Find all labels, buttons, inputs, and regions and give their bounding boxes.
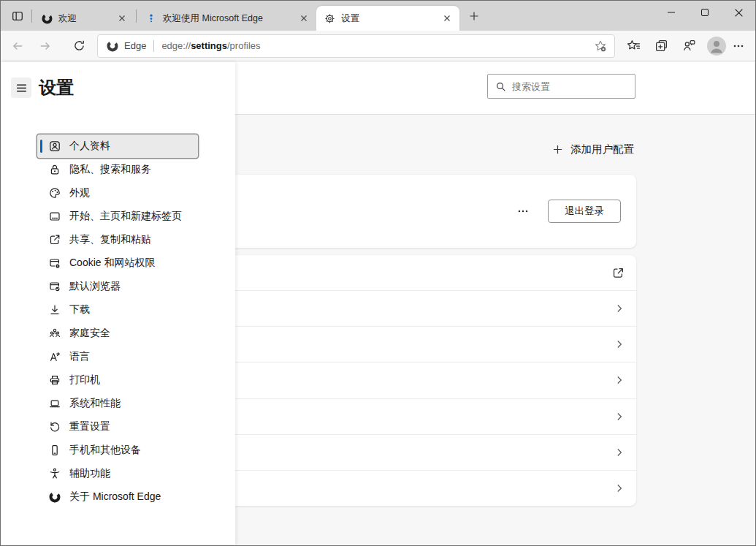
edge-logo-icon bbox=[107, 40, 118, 52]
more-menu-button[interactable] bbox=[728, 35, 749, 57]
add-profile-label: 添加用户配置 bbox=[570, 143, 634, 156]
share-icon bbox=[49, 234, 61, 246]
settings-search-box[interactable] bbox=[487, 74, 635, 99]
blue-dots-icon bbox=[145, 12, 157, 24]
sidebar-item-accessibility[interactable]: 辅助功能 bbox=[37, 462, 198, 485]
page-title: 设置 bbox=[39, 76, 74, 99]
sidebar-item-label: 辅助功能 bbox=[69, 467, 110, 480]
hamburger-icon bbox=[15, 82, 28, 94]
address-bar[interactable]: Edge edge://settings/profiles bbox=[97, 34, 615, 58]
sidebar-item-label: 家庭安全 bbox=[69, 327, 110, 340]
sidebar-item-about[interactable]: 关于 Microsoft Edge bbox=[37, 485, 198, 509]
tab-separator bbox=[136, 10, 137, 23]
lock-icon bbox=[49, 164, 61, 175]
sidebar-header: 设置 bbox=[1, 62, 235, 99]
new-tab-page-icon bbox=[49, 211, 61, 222]
sidebar-item-appearance[interactable]: 外观 bbox=[37, 181, 198, 205]
tab-bar: 欢迎 欢迎使用 Microsoft Edge bbox=[1, 1, 755, 31]
sidebar-item-label: 个人资料 bbox=[69, 140, 110, 153]
navigation-bar: Edge edge://settings/profiles bbox=[1, 31, 755, 61]
tab-welcome[interactable]: 欢迎 bbox=[34, 6, 134, 31]
url-host: settings bbox=[191, 40, 227, 51]
sidebar-item-share-copy-paste[interactable]: 共享、复制和粘贴 bbox=[37, 228, 198, 251]
tab-title: 欢迎使用 Microsoft Edge bbox=[163, 12, 293, 25]
edge-logo-icon bbox=[49, 491, 61, 503]
sidebar-item-reset-settings[interactable]: 重置设置 bbox=[37, 415, 198, 439]
sidebar-item-downloads[interactable]: 下载 bbox=[37, 298, 198, 322]
sidebar-item-label: Cookie 和网站权限 bbox=[69, 257, 155, 270]
chevron-right-icon bbox=[614, 339, 625, 349]
browser-window: 欢迎 欢迎使用 Microsoft Edge bbox=[0, 0, 756, 546]
close-window-button[interactable] bbox=[722, 1, 755, 24]
open-external-icon bbox=[612, 267, 625, 279]
tab-settings-active[interactable]: 设置 bbox=[316, 6, 459, 31]
sidebar-item-label: 默认浏览器 bbox=[69, 280, 121, 293]
sidebar-item-printers[interactable]: 打印机 bbox=[37, 368, 198, 392]
sidebar-item-start-home-newtab[interactable]: 开始、主页和新建标签页 bbox=[37, 205, 198, 228]
download-icon bbox=[49, 304, 61, 316]
close-tab-icon[interactable] bbox=[297, 12, 310, 25]
close-tab-icon[interactable] bbox=[440, 12, 454, 25]
site-label: Edge bbox=[124, 40, 146, 51]
profile-avatar[interactable] bbox=[706, 35, 728, 57]
url-scheme: edge:// bbox=[161, 40, 191, 51]
sidebar-item-label: 手机和其他设备 bbox=[69, 444, 141, 457]
plus-icon bbox=[468, 10, 480, 22]
add-favorite-button[interactable] bbox=[589, 35, 611, 57]
new-tab-button[interactable] bbox=[464, 6, 484, 26]
minimize-button[interactable] bbox=[654, 1, 688, 24]
favorites-button[interactable] bbox=[622, 35, 644, 57]
settings-search-input[interactable] bbox=[512, 81, 629, 92]
search-icon bbox=[495, 81, 506, 92]
sidebar-item-label: 隐私、搜索和服务 bbox=[69, 163, 151, 176]
chevron-right-icon bbox=[614, 483, 625, 493]
back-button[interactable] bbox=[7, 35, 28, 57]
refresh-button[interactable] bbox=[68, 35, 90, 57]
profile-icon bbox=[49, 140, 61, 152]
sidebar-item-phone-devices[interactable]: 手机和其他设备 bbox=[37, 439, 198, 462]
sidebar-item-languages[interactable]: 语言 bbox=[37, 345, 198, 368]
sidebar-item-label: 关于 Microsoft Edge bbox=[69, 490, 161, 504]
tab-welcome-edge[interactable]: 欢迎使用 Microsoft Edge bbox=[138, 6, 316, 31]
sidebar-item-system-performance[interactable]: 系统和性能 bbox=[37, 392, 198, 415]
phone-icon bbox=[49, 444, 61, 456]
collections-button[interactable] bbox=[650, 35, 672, 57]
language-icon bbox=[49, 351, 61, 363]
menu-toggle-button[interactable] bbox=[11, 77, 31, 98]
sidebar-item-label: 下载 bbox=[69, 303, 90, 316]
sidebar-item-profiles[interactable]: 个人资料 bbox=[37, 134, 198, 158]
settings-sidebar: 设置 个人资料 bbox=[1, 62, 235, 545]
sidebar-item-family-safety[interactable]: 家庭安全 bbox=[37, 322, 198, 345]
close-tab-icon[interactable] bbox=[115, 12, 129, 25]
url-text: edge://settings/profiles bbox=[161, 40, 260, 51]
window-controls bbox=[654, 1, 755, 24]
sidebar-item-label: 外观 bbox=[69, 186, 90, 200]
sign-out-button[interactable]: 退出登录 bbox=[548, 200, 621, 223]
feedback-button[interactable] bbox=[678, 35, 700, 57]
tab-separator bbox=[31, 10, 32, 23]
sidebar-item-label: 打印机 bbox=[69, 374, 100, 387]
system-icon bbox=[49, 398, 61, 409]
tab-layout-icon bbox=[12, 10, 23, 22]
accessibility-icon bbox=[49, 468, 61, 479]
add-profile-button[interactable]: 添加用户配置 bbox=[552, 143, 634, 156]
sidebar-item-default-browser[interactable]: 默认浏览器 bbox=[37, 275, 198, 298]
chevron-right-icon bbox=[614, 412, 625, 422]
maximize-button[interactable] bbox=[688, 1, 722, 24]
sidebar-item-label: 开始、主页和新建标签页 bbox=[69, 210, 182, 223]
cookie-permissions-icon bbox=[49, 257, 61, 269]
profile-more-button[interactable] bbox=[513, 201, 533, 221]
default-browser-icon bbox=[49, 281, 61, 292]
sidebar-item-privacy[interactable]: 隐私、搜索和服务 bbox=[37, 158, 198, 181]
tab-actions-menu-button[interactable] bbox=[7, 5, 28, 27]
sidebar-nav: 个人资料 隐私、搜索和服务 bbox=[1, 134, 235, 509]
sidebar-item-cookies-permissions[interactable]: Cookie 和网站权限 bbox=[37, 251, 198, 275]
forward-button[interactable] bbox=[34, 35, 56, 57]
reset-icon bbox=[49, 421, 61, 433]
sidebar-item-label: 共享、复制和粘贴 bbox=[69, 233, 151, 246]
chevron-right-icon bbox=[614, 303, 625, 314]
palette-icon bbox=[49, 187, 61, 199]
settings-page: 添加用户配置 退出登录 bbox=[1, 62, 755, 545]
tab-title: 欢迎 bbox=[58, 12, 111, 25]
plus-icon bbox=[552, 144, 563, 155]
